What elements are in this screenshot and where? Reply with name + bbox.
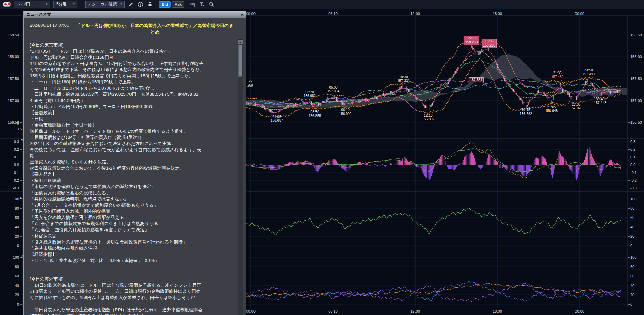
axis-label-left: 156.50 — [1, 120, 19, 125]
axis-tick — [20, 79, 22, 79]
axis-tick — [20, 35, 22, 35]
scroll-up-button[interactable]: ▲ — [238, 40, 243, 44]
time-axis-label: 12:00 — [408, 309, 423, 314]
zoom-in-button[interactable] — [199, 1, 206, 8]
time-axis-label: 06:10 — [325, 309, 340, 314]
news-body-line: 「市場の状況を確認したうえで国債買入れの減額方針を決定」 — [30, 184, 237, 190]
chart-annotation: 05:00157.094 — [327, 86, 339, 93]
news-body-line: ・17時時点：ドル円157円70-80銭、ユーロ・円168円90-00銭 — [30, 104, 237, 110]
technical-select-button[interactable]: テクニカル選択 ▼ — [85, 1, 125, 8]
axis-label-right: 40 — [630, 225, 634, 229]
chart-text-fragment: 55 — [249, 79, 252, 83]
news-body-line: ・ユーロ・円は168円51銭から169円79銭まで上昇。 — [30, 79, 237, 85]
axis-label-right: 157.00 — [630, 98, 642, 103]
axis-tick — [628, 79, 630, 79]
currency-pair-flag-icon — [3, 2, 11, 7]
news-body-line: りで156円84銭まで下落。その後は日銀による想定内の政策内容で円売り優勢となり… — [30, 67, 237, 73]
axis-tick — [628, 246, 630, 246]
news-window-titlebar[interactable]: ニュース本文 × — [24, 11, 246, 18]
news-body-line: 「為替市場の動向を引き続き注視」 — [30, 245, 237, 251]
zoom-out-button[interactable] — [208, 1, 215, 8]
bid-button[interactable]: Bid — [159, 1, 171, 8]
ask-button[interactable]: Ask — [172, 1, 184, 8]
news-body-line: 「予告型の国債買入れ減、例外的な措置」 — [30, 208, 237, 214]
axis-label-right: 80 — [630, 206, 634, 211]
news-window: ニュース本文 × 2024/06/14 17:07:00 「ドル・円は伸び悩みか… — [23, 11, 246, 315]
time-axis-label: 18:00 — [490, 11, 505, 16]
news-body-line — [30, 270, 237, 276]
axis-tick — [628, 165, 630, 165]
scrollbar-thumb[interactable] — [238, 45, 242, 77]
news-body-line: ・林官房長官 — [30, 233, 237, 239]
news-headline: 「ドル・円は伸び悩みか、日本の為替介入への警戒感で」／為替市場今日のまとめ — [74, 22, 240, 35]
axis-label-left: 60 — [1, 274, 19, 278]
pair-select[interactable]: ドル/円 ▼ — [14, 1, 50, 8]
axis-label-left: 100 — [1, 197, 19, 201]
chart-annotation: 12:10156.802 — [422, 114, 434, 121]
news-body-line — [30, 301, 237, 307]
axis-tick — [628, 35, 630, 35]
chart-annotation: 19:15156.862 — [520, 108, 532, 116]
chart-text-fragment: 15 — [18, 127, 22, 131]
axis-label-left: -0.1 — [1, 170, 19, 175]
axis-tick — [20, 304, 22, 305]
axis-label-left: -0.3 — [1, 186, 19, 191]
news-body-line: 【経済指標】 — [30, 251, 237, 258]
time-axis-label: 12:00 — [408, 11, 423, 16]
axis-label-left: 158.00 — [1, 54, 19, 59]
chart-annotation: 01:05156.687 — [271, 115, 283, 122]
axis-label-right: 0.1 — [630, 155, 635, 159]
news-body-line: 「引き続き政府との密接な連携の下、適切な金融政策運営が行われると期待」 — [30, 239, 237, 245]
chart-type-button[interactable] — [189, 1, 196, 8]
news-body-line: ドル・円は強含み、日銀会合後に158円台 — [30, 54, 237, 61]
news-body-line: [今日の海外市場] — [30, 276, 237, 282]
axis-label-right: 0.0 — [630, 162, 635, 167]
axis-label-left: 0.3 — [1, 139, 19, 144]
axis-label-left: 80 — [1, 206, 19, 211]
axis-tick — [20, 157, 22, 157]
info-button[interactable] — [137, 1, 144, 8]
axis-label-right: 0 — [630, 243, 632, 248]
news-window-title: ニュース本文 — [24, 12, 51, 17]
close-button[interactable]: × — [241, 12, 244, 17]
draw-tool-button[interactable] — [127, 1, 134, 8]
pair-select-value: ドル/円 — [16, 1, 30, 7]
axis-tick — [20, 57, 22, 57]
news-body-line: ・長期国債およびCP等・社債等の買入れ（賛成8反対1） — [30, 134, 237, 141]
axis-tick — [628, 57, 630, 57]
axis-label-left: -0.2 — [1, 178, 19, 183]
chart-annotation: 16:35158.208 — [482, 39, 497, 48]
axis-tick — [20, 276, 22, 276]
chevron-down-icon: ▼ — [45, 3, 48, 6]
news-body-line: ・ユーロ・ドルは1.0744ドルから1.0706ドルまで値を下げた。 — [30, 85, 237, 91]
scroll-up-icon: ▲ — [239, 41, 242, 43]
time-axis-label: 18:00 — [490, 309, 505, 314]
axis-label-right: 20 — [630, 292, 634, 297]
axis-tick — [628, 149, 630, 150]
news-body-line: 無担保コールレート（オーバーナイト物）を0-0.1%程度で推移するよう促す。 — [30, 128, 237, 134]
axis-label-left: 0.0 — [1, 162, 19, 167]
axis-tick — [20, 180, 22, 181]
chart-annotation: 21:35157.430 — [551, 71, 564, 79]
timeframe-select[interactable]: 5分足 ▼ — [53, 1, 77, 8]
chart-text-fragment: 07 — [17, 122, 21, 126]
axis-tick — [628, 122, 630, 123]
lock-button[interactable] — [147, 1, 153, 8]
technical-select-label: テクニカル選択 — [88, 1, 117, 7]
news-body-line: 14日の東京市場でドル・円は強含み。157円付近でもみ合い後、正午前に仕掛け的な… — [30, 61, 237, 67]
axis-tick — [628, 208, 630, 209]
axis-tick — [628, 304, 630, 305]
axis-label-left: 157.00 — [1, 98, 19, 103]
pencil-icon — [128, 2, 134, 7]
axis-tick — [20, 165, 22, 165]
news-body-line — [30, 264, 237, 270]
axis-label-left: 157.50 — [1, 76, 19, 81]
axis-tick — [628, 257, 630, 258]
axis-label-right: -0.2 — [630, 178, 637, 183]
news-scrollbar[interactable]: ▲ — [238, 39, 243, 315]
axis-tick — [628, 199, 630, 199]
trading-app: 158.50158.50158.00158.00157.50157.50157.… — [0, 0, 644, 315]
axis-label-right: 80 — [630, 264, 634, 269]
axis-label-right: 156.50 — [630, 120, 642, 125]
axis-tick — [20, 188, 22, 188]
